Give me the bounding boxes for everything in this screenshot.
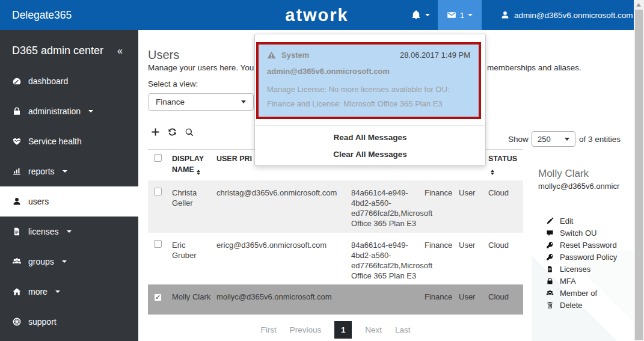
table-cell: Christa Geller: [172, 188, 216, 229]
message-count-badge: 1: [460, 11, 465, 20]
envelope-icon: [447, 10, 456, 20]
sort-icon: [491, 170, 494, 175]
action-label: Switch OU: [560, 229, 596, 238]
action-label: Reset Password: [560, 241, 617, 250]
action-licenses[interactable]: Licenses: [546, 263, 617, 275]
user-icon: [12, 197, 22, 206]
account-menu[interactable]: admin@d365v6.onmicrosoft.com: [500, 0, 642, 30]
delegate365-app: Delegate365 atwork 1 admin@d365v6.onmicr…: [0, 0, 644, 341]
action-label: Password Policy: [560, 253, 617, 262]
clear-all-messages-button[interactable]: Clear All Messages: [255, 150, 485, 159]
page-size-value: 250: [538, 135, 551, 144]
view-select-value: Finance: [156, 97, 185, 106]
caret-down-icon: [565, 138, 569, 141]
sidebar-item-groups[interactable]: groups: [0, 247, 138, 277]
edit-pencil-icon: [546, 217, 554, 225]
select-all-checkbox[interactable]: [154, 154, 162, 162]
sidebar-title: D365 admin center «: [0, 30, 138, 57]
table-toolbar: [150, 127, 194, 137]
sidebar-item-service-health[interactable]: Service health: [0, 126, 138, 156]
page-1[interactable]: 1: [334, 321, 352, 339]
sidebar-item-dashboard[interactable]: dashboard: [0, 66, 138, 96]
messages-dropdown-panel: System 28.06.2017 1:49 PM admin@d365v6.o…: [254, 34, 486, 166]
table-cell: mollyc@d365v6.onmicrosoft.com: [216, 292, 351, 311]
action-reset-password[interactable]: Reset Password: [546, 239, 617, 251]
sidebar-item-label: users: [28, 197, 49, 206]
refresh-button[interactable]: [167, 127, 177, 137]
page-last[interactable]: Last: [395, 321, 411, 339]
system-message-item[interactable]: System 28.06.2017 1:49 PM admin@d365v6.o…: [256, 42, 481, 119]
action-label: MFA: [560, 277, 576, 286]
sidebar-item-support[interactable]: support: [0, 307, 138, 337]
sidebar-item-label: dashboard: [28, 76, 68, 86]
scroll-up-arrow-icon[interactable]: [636, 3, 641, 7]
table-cell: Cloud: [488, 240, 523, 281]
action-delete[interactable]: Delete: [546, 299, 617, 311]
action-switch-ou[interactable]: Switch OU: [546, 227, 617, 239]
read-all-messages-button[interactable]: Read All Messages: [255, 133, 485, 142]
sidebar-menu: dashboardadministrationService healthrep…: [0, 66, 138, 337]
action-edit[interactable]: Edit: [546, 215, 617, 227]
key-icon: [546, 241, 554, 249]
page-first[interactable]: First: [260, 321, 276, 339]
table-cell: Finance: [425, 292, 459, 311]
page-next[interactable]: Next: [365, 321, 382, 339]
page-size-select[interactable]: 250: [532, 131, 575, 147]
table-cell: christag@d365v6.onmicrosoft.com: [216, 188, 351, 229]
panel-divider: [255, 125, 485, 126]
column-header-status[interactable]: STATUS: [488, 154, 523, 175]
sidebar-item-users[interactable]: users: [0, 186, 138, 217]
pagination: FirstPrevious1NextLast: [148, 321, 523, 339]
scrollbar-thumb[interactable]: [635, 10, 643, 340]
action-password-policy[interactable]: Password Policy: [546, 251, 617, 263]
heart-pulse-icon: [12, 137, 22, 146]
sidebar-item-administration[interactable]: administration: [0, 96, 138, 126]
search-icon: [184, 127, 194, 137]
table-cell: User: [459, 292, 488, 311]
entities-count-label: of 3 entities: [579, 135, 621, 144]
caret-down-icon: [425, 14, 430, 16]
lock-icon: [12, 106, 22, 116]
refresh-icon: [167, 127, 177, 137]
sidebar-item-more[interactable]: more: [0, 277, 138, 307]
add-icon: [150, 127, 161, 137]
notifications-bell-button[interactable]: [411, 0, 430, 30]
sidebar-item-label: Service health: [28, 137, 82, 146]
view-select[interactable]: Finance: [148, 93, 254, 111]
table-cell: User: [459, 240, 488, 281]
column-header-display-name[interactable]: DISPLAY NAME: [172, 154, 216, 175]
users-table: Christa Gellerchristag@d365v6.onmicrosof…: [148, 180, 523, 315]
table-cell: [351, 292, 425, 311]
table-cell: Finance: [425, 240, 459, 281]
table-row[interactable]: ✓Molly Clarkmollyc@d365v6.onmicrosoft.co…: [148, 284, 523, 315]
sidebar-collapse-button[interactable]: «: [117, 46, 123, 57]
table-cell: ericg@d365v6.onmicrosoft.com: [216, 240, 351, 281]
home-icon: [12, 287, 22, 296]
bell-icon: [411, 10, 421, 20]
add-user-button[interactable]: [150, 127, 161, 137]
selected-user-email: mollyc@d365v6.onmicr: [538, 182, 619, 191]
row-checkbox[interactable]: [154, 188, 162, 195]
search-button[interactable]: [184, 127, 194, 137]
caret-down-icon: [88, 110, 93, 112]
trash-icon: [546, 301, 554, 309]
action-member-of[interactable]: Member of: [546, 287, 617, 299]
vertical-scrollbar[interactable]: [634, 0, 644, 341]
caret-down-icon: [67, 230, 72, 233]
action-label: Edit: [560, 217, 573, 226]
table-row[interactable]: Christa Gellerchristag@d365v6.onmicrosof…: [148, 180, 523, 233]
action-mfa[interactable]: MFA: [546, 275, 617, 287]
row-checkbox[interactable]: [154, 240, 162, 248]
message-text-line1: Manage License: No more licenses availab…: [267, 85, 470, 94]
table-cell: Cloud: [488, 188, 523, 229]
table-cell: Finance: [425, 188, 459, 229]
bar-chart-icon: [12, 167, 22, 176]
messages-button[interactable]: 1: [438, 0, 482, 30]
row-checkbox[interactable]: ✓: [154, 293, 162, 301]
user-actions-menu: EditSwitch OUReset PasswordPassword Poli…: [546, 215, 617, 311]
page-previous[interactable]: Previous: [290, 321, 322, 339]
message-text-line2: Finance and License: Microsoft Office 36…: [267, 99, 470, 108]
sidebar-item-reports[interactable]: reports: [0, 156, 138, 186]
table-row[interactable]: Eric Gruberericg@d365v6.onmicrosoft.com8…: [148, 233, 523, 285]
sidebar-item-licenses[interactable]: licenses: [0, 217, 138, 247]
